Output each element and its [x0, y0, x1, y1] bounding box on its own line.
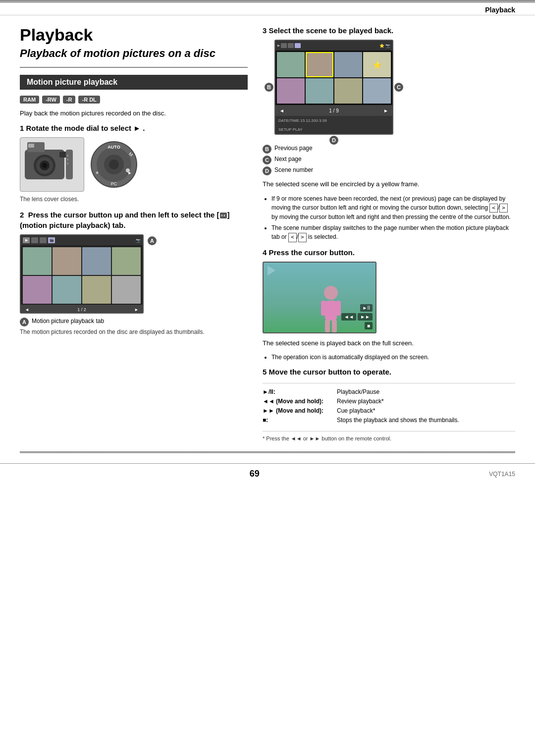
camera-illustration	[20, 137, 84, 192]
step4-heading: 4 Press the cursor button.	[263, 247, 515, 258]
badge-rw: -RW	[42, 96, 60, 104]
main-content: Playback Playback of motion pictures on …	[0, 15, 535, 451]
footer-page-number: 69	[250, 469, 260, 479]
svg-rect-11	[67, 162, 68, 164]
ops-val-2: Review playback*	[337, 398, 515, 405]
label-a-icon: A	[20, 318, 29, 326]
ops-val-1: Playback/Pause	[337, 388, 515, 395]
page-title: Playback	[20, 25, 248, 45]
step1-illustration: AUTO M ► PC ☀	[20, 137, 248, 192]
intro-text: Play back the motion pictures recorded o…	[20, 108, 248, 118]
ops-key-1: ►/II:	[263, 388, 332, 395]
step4-bullets: The operation icon is automatically disp…	[271, 353, 515, 362]
ops-key-3: ►► (Move and hold):	[263, 407, 332, 414]
label-d-text: Scene number	[274, 166, 313, 173]
header-bar: Playback	[0, 3, 535, 15]
svg-rect-28	[336, 301, 341, 316]
page-subtitle: Playback of motion pictures on a disc	[20, 47, 248, 61]
playback-screen: ►II ◄◄ ►► ■	[263, 262, 376, 333]
step4-caption: The selected scene is played back on the…	[263, 338, 515, 348]
step3-bullet-2: The scene number display switches to the…	[271, 223, 515, 242]
bracket-left2: <	[288, 233, 297, 242]
step5-heading-text: 5 Move the cursor button to operate.	[263, 368, 391, 376]
svg-rect-30	[332, 320, 337, 332]
playback-controls: ►II ◄◄ ►► ■	[341, 304, 373, 329]
screen-date: DATE/TIME 15.12.200 3:39	[278, 118, 327, 123]
playback-stop-row: ■	[365, 322, 373, 329]
label-a-text: Motion picture playback tab	[32, 318, 104, 324]
dial-svg: AUTO M ► PC ☀	[89, 140, 139, 189]
ops-row-2: ◄◄ (Move and hold): Review playback*	[263, 398, 515, 405]
step5-heading: 5 Move the cursor button to operate.	[263, 367, 515, 377]
svg-point-15	[109, 160, 119, 169]
step2-caption: The motion pictures recorded on the disc…	[20, 328, 248, 335]
screen-bottom: SETUP PLAY	[278, 127, 303, 132]
playback-ctrl-row: ►II	[360, 304, 373, 312]
step3-screen: ▶ ⭐ 📷 ⭐	[274, 40, 393, 135]
label-d-icon: D	[263, 166, 271, 175]
stop-btn: ■	[365, 322, 373, 329]
header-title: Playback	[485, 6, 515, 14]
rewind-btn: ◄◄	[341, 313, 356, 321]
ops-key-4: ■:	[263, 417, 332, 424]
svg-point-25	[324, 286, 338, 300]
label-b-icon: B	[263, 145, 271, 154]
step1-caption: The lens cover closes.	[20, 196, 248, 203]
screen-counter: 1 / 9	[329, 108, 338, 113]
step3-heading: 3 Select the scene to be played back.	[263, 25, 515, 36]
ops-val-4: Stops the playback and shows the thumbna…	[337, 417, 515, 424]
label-b-circle: B	[265, 83, 273, 92]
section-header-box: Motion picture playback	[20, 75, 248, 90]
ops-val-3: Cue playback*	[337, 407, 515, 414]
svg-rect-8	[66, 150, 73, 179]
step3-heading-text: 3 Select the scene to be played back.	[263, 26, 393, 35]
svg-point-5	[42, 163, 47, 168]
left-column: Playback Playback of motion pictures on …	[20, 25, 248, 441]
label-b-item: B Previous page	[263, 145, 515, 154]
step5-footnote: * Press the ◄◄ or ►► button on the remot…	[263, 435, 515, 441]
svg-rect-29	[325, 320, 330, 332]
step2-screen: ▶ 🎬 📷	[20, 234, 144, 314]
bottom-rule	[20, 451, 515, 453]
svg-point-23	[221, 215, 223, 216]
forward-btn: ►►	[358, 313, 373, 321]
step4-illustration: ►II ◄◄ ►► ■	[263, 262, 515, 333]
play-pause-btn: ►II	[360, 304, 373, 312]
subtitle-divider	[20, 67, 248, 68]
playback-rew-row: ◄◄ ►►	[341, 313, 373, 321]
ops-row-1: ►/II: Playback/Pause	[263, 388, 515, 395]
svg-text:☀: ☀	[95, 170, 99, 175]
camera-svg	[22, 140, 82, 189]
step3-scene-row: B ▶ ⭐ 📷	[263, 40, 515, 135]
label-d-item: D Scene number	[263, 166, 515, 175]
label-d-pos: D	[329, 136, 338, 145]
step2-nav-bar: ◄ 1 / 2 ►	[21, 305, 143, 314]
selected-scene-note: The selected scene will be encircled by …	[263, 179, 515, 189]
step2-illustration: ▶ 🎬 📷	[20, 234, 248, 314]
svg-text:PC: PC	[111, 181, 117, 186]
svg-rect-24	[224, 215, 225, 216]
label-d-circle: D	[329, 136, 338, 145]
label-c-pos: C	[394, 83, 403, 92]
ops-row-3: ►► (Move and hold): Cue playback*	[263, 407, 515, 414]
svg-point-21	[126, 168, 130, 172]
footer: 69 VQT1A15	[0, 463, 535, 484]
bracket-right2: >	[298, 233, 307, 242]
bracket-left: <	[489, 204, 498, 213]
step3-bullet-1: If 9 or more scenes have been recorded, …	[271, 194, 515, 222]
label-a-circle: A	[148, 236, 157, 245]
step1-heading-text: 1 Rotate the mode dial to select ► .	[20, 124, 145, 132]
ops-key-2: ◄◄ (Move and hold):	[263, 398, 332, 405]
step2-heading-text: 2 Press the cursor button up and then le…	[20, 211, 230, 229]
label-c-text: Next page	[274, 156, 302, 162]
step4-bullet-1: The operation icon is automatically disp…	[271, 353, 515, 362]
step3-bullets: If 9 or more scenes have been recorded, …	[271, 194, 515, 242]
badge-ram: RAM	[20, 96, 39, 104]
label-a-desc: A Motion picture playback tab	[20, 318, 248, 326]
svg-rect-7	[28, 144, 34, 148]
label-c-item: C Next page	[263, 156, 515, 164]
svg-text:AUTO: AUTO	[107, 145, 120, 150]
svg-rect-9	[67, 155, 68, 157]
step3-screen-wrap: B ▶ ⭐ 📷	[274, 40, 393, 135]
label-c-icon: C	[263, 156, 271, 164]
